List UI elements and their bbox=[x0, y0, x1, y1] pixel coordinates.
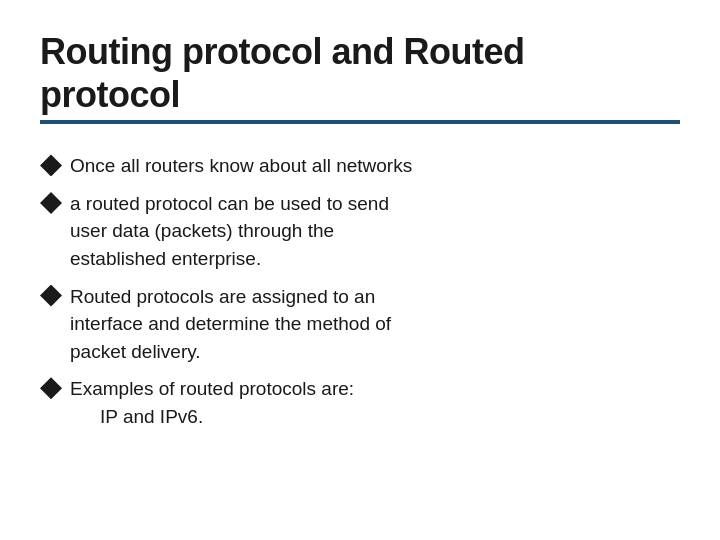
content-list: Once all routers know about all networks… bbox=[40, 152, 680, 440]
slide-title: Routing protocol and Routed protocol bbox=[40, 30, 680, 116]
bullet2-line2: user data (packets) through the bbox=[70, 220, 334, 241]
bullet2-line3: established enterprise. bbox=[70, 248, 261, 269]
list-item-4: Examples of routed protocols are: IP and… bbox=[40, 375, 680, 430]
bullet3-line3: packet delivery. bbox=[70, 341, 201, 362]
title-block: Routing protocol and Routed protocol bbox=[40, 30, 680, 142]
list-item-1: Once all routers know about all networks bbox=[40, 152, 680, 180]
bullet2-line1: a routed protocol can be used to send bbox=[70, 193, 389, 214]
indent-text: IP and IPv6. bbox=[100, 406, 203, 427]
bullet2-text: a routed protocol can be used to send us… bbox=[70, 190, 680, 273]
bullet3-line2: interface and determine the method of bbox=[70, 313, 391, 334]
list-item-2: a routed protocol can be used to send us… bbox=[40, 190, 680, 273]
bullet-icon-3 bbox=[40, 285, 62, 307]
list-item-3: Routed protocols are assigned to an inte… bbox=[40, 283, 680, 366]
bullet-icon-4 bbox=[40, 377, 62, 399]
title-line1: Routing protocol and Routed bbox=[40, 31, 524, 72]
title-line2: protocol bbox=[40, 74, 180, 115]
bullet3-text: Routed protocols are assigned to an inte… bbox=[70, 283, 680, 366]
slide: Routing protocol and Routed protocol Onc… bbox=[0, 0, 720, 540]
bullet-icon-2 bbox=[40, 192, 62, 214]
bullet-icon-1 bbox=[40, 154, 62, 176]
bullet1-text: Once all routers know about all networks bbox=[70, 152, 680, 180]
title-underline bbox=[40, 120, 680, 124]
bullet4-line1: Examples of routed protocols are: bbox=[70, 378, 354, 399]
bullet3-line1: Routed protocols are assigned to an bbox=[70, 286, 375, 307]
bullet4-text: Examples of routed protocols are: IP and… bbox=[70, 375, 680, 430]
